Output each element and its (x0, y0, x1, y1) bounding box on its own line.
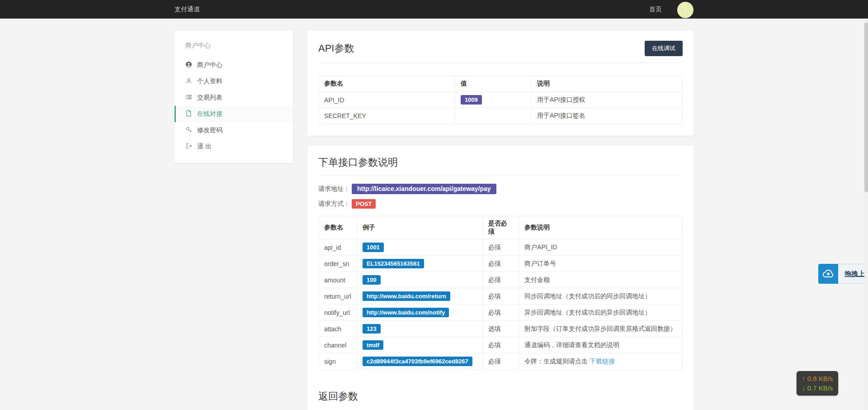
table-row: sign c2d89944f3ca4703fb9ef6962ced8267 必须… (319, 353, 683, 370)
sidebar-item-merchant-center[interactable]: 商户中心 (175, 57, 293, 73)
order-api-card: 下单接口参数说明 请求地址： http://licaice.xiandouer.… (307, 146, 693, 410)
column-header: 例子 (357, 216, 482, 239)
column-header: 说明 (531, 76, 682, 92)
param-required-cell: 必须 (482, 256, 519, 272)
drag-upload-widget[interactable]: 拖拽上传 (818, 264, 868, 284)
table-row: notify_url http://www.baidu.com/notify 必… (319, 305, 683, 321)
column-header: 参数说明 (519, 216, 683, 239)
param-value-cell (455, 108, 531, 124)
download-speed: 0.7 KB/s (807, 384, 833, 392)
param-desc-cell: 异步回调地址（支付成功后的异步回调地址） (519, 305, 683, 321)
download-link[interactable]: 下载链接 (590, 358, 615, 365)
request-method-label: 请求方式： (318, 200, 352, 208)
app-brand: 支付通道 (175, 5, 200, 14)
user-circle-icon (185, 61, 192, 69)
table-row: API_ID 1009 用于API接口授权 (319, 92, 683, 108)
table-row: attach 123 选填 附加字段（订单支付成功异步回调里原格式返回数据） (319, 321, 683, 337)
param-example-cell: c2d89944f3ca4703fb9ef6962ced8267 (357, 353, 482, 370)
request-url-label: 请求地址： (318, 185, 352, 193)
scrollbar-track[interactable] (864, 19, 868, 410)
sidebar-item-profile[interactable]: 个人资料 (175, 73, 293, 90)
param-value-cell: 1009 (455, 92, 531, 108)
sidebar-item-label: 修改密码 (197, 126, 222, 134)
param-name-cell: api_id (319, 239, 357, 256)
param-desc-cell: 用于API接口签名 (531, 108, 682, 124)
upload-speed: 0.8 KB/s (807, 375, 833, 382)
request-url-badge: http://licaice.xiandouer.com/api/gateway… (352, 184, 496, 194)
column-header: 参数名 (319, 76, 455, 92)
param-desc-cell: 用于API接口授权 (531, 92, 682, 108)
sidebar-item-label: 交易列表 (197, 94, 222, 102)
sidebar-item-transactions[interactable]: 交易列表 (175, 90, 293, 106)
sidebar-item-label: 退 出 (197, 143, 212, 151)
param-example-cell: 100 (357, 272, 482, 288)
param-name-cell: amount (319, 272, 357, 288)
param-example-cell: EL15234565163561 (357, 256, 482, 272)
param-name-cell: notify_url (319, 305, 357, 321)
example-badge: 123 (363, 324, 381, 334)
param-name-cell: order_sn (319, 256, 357, 272)
sidebar-item-label: 个人资料 (197, 77, 222, 86)
param-desc-cell: 商户API_ID (519, 239, 683, 256)
example-badge: c2d89944f3ca4703fb9ef6962ced8267 (363, 357, 472, 366)
value-badge: 1009 (461, 95, 482, 105)
online-debug-button[interactable]: 在线调试 (645, 41, 683, 56)
order-api-title: 下单接口参数说明 (318, 156, 398, 169)
param-name-cell: SECRET_KEY (319, 108, 455, 124)
param-desc-cell: 商户订单号 (519, 256, 683, 272)
param-required-cell: 必填 (482, 305, 519, 321)
download-arrow-icon: ↓ (802, 384, 806, 392)
network-speed-widget: ↑ 0.8 KB/s ↓ 0.7 KB/s (797, 371, 838, 396)
return-params-title: 返回参数 (318, 390, 683, 410)
column-header: 是否必须 (482, 216, 519, 239)
sidebar-item-online-api[interactable]: 在线对接 (175, 106, 293, 122)
api-params-table: 参数名 值 说明 API_ID 1009 用于API接口授权 SECRET_KE… (318, 76, 683, 124)
scrollbar-thumb[interactable] (864, 23, 868, 192)
navbar: 支付通道 首页 l (0, 0, 868, 19)
param-name-cell: channel (319, 337, 357, 353)
avatar-letter: l (684, 6, 686, 14)
example-badge: EL15234565163561 (363, 259, 424, 268)
cloud-upload-icon[interactable] (818, 264, 838, 284)
param-desc-cell: 支付金额 (519, 272, 683, 288)
nav-home-link[interactable]: 首页 (649, 5, 662, 14)
api-params-title: API参数 (318, 42, 354, 55)
user-icon (185, 77, 192, 86)
drag-upload-label[interactable]: 拖拽上传 (838, 264, 868, 284)
list-icon (185, 94, 192, 102)
api-params-card: API参数 在线调试 参数名 值 说明 API_ID 1009 用于API接口授… (307, 31, 693, 136)
param-example-cell: tmdf (357, 337, 482, 353)
param-required-cell: 必须 (482, 239, 519, 256)
param-desc-cell: 同步回调地址（支付成功后的同步回调地址） (519, 288, 683, 305)
example-badge: http://www.baidu.com/notify (363, 308, 449, 317)
example-badge: 100 (363, 275, 381, 285)
sidebar: 商户中心 商户中心 个人资料 交易列表 在线对接 (175, 31, 293, 163)
param-example-cell: http://www.baidu.com/notify (357, 305, 482, 321)
example-badge: http://www.baidu.com/return (363, 291, 450, 301)
sidebar-item-logout[interactable]: 退 出 (175, 138, 293, 155)
upload-arrow-icon: ↑ (802, 375, 806, 382)
sidebar-header: 商户中心 (175, 36, 293, 57)
table-row: SECRET_KEY 用于API接口签名 (319, 108, 683, 124)
logout-icon (185, 143, 192, 151)
sidebar-item-label: 商户中心 (197, 61, 222, 69)
request-method-badge: POST (352, 199, 376, 209)
file-icon (185, 110, 192, 118)
example-badge: 1001 (363, 243, 384, 252)
table-row: order_sn EL15234565163561 必须 商户订单号 (319, 256, 683, 272)
sidebar-item-change-password[interactable]: 修改密码 (175, 122, 293, 138)
param-desc-cell: 通道编码，详细请查看文档的说明 (519, 337, 683, 353)
order-params-table: 参数名 例子 是否必须 参数说明 api_id 1001 必须 商户API_ID… (318, 216, 683, 370)
param-required-cell: 必填 (482, 288, 519, 305)
param-name-cell: API_ID (319, 92, 455, 108)
example-badge: tmdf (363, 340, 383, 350)
table-row: channel tmdf 必填 通道编码，详细请查看文档的说明 (319, 337, 683, 353)
param-example-cell: 123 (357, 321, 482, 337)
avatar[interactable]: l (677, 2, 693, 18)
param-name-cell: attach (319, 321, 357, 337)
column-header: 值 (455, 76, 531, 92)
sidebar-item-label: 在线对接 (197, 110, 222, 118)
param-name-cell: return_url (319, 288, 357, 305)
param-name-cell: sign (319, 353, 357, 370)
param-desc-text: 令牌：生成规则请点击 (524, 358, 590, 365)
